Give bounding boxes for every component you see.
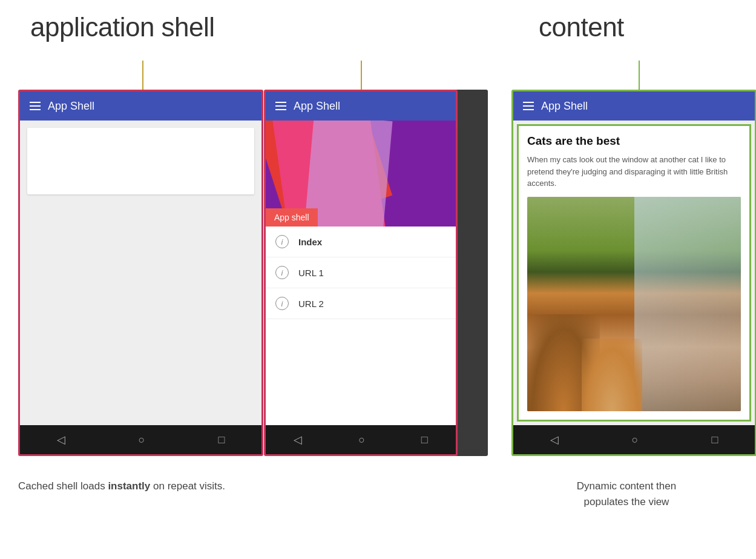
list-item-url2-label: URL 2 — [298, 299, 324, 309]
recent-icon[interactable]: □ — [219, 434, 225, 446]
content-title: Cats are the best — [527, 134, 741, 148]
phone3-navbar: ◁ ○ □ — [513, 425, 755, 454]
phone2-appbar: App Shell — [266, 91, 456, 121]
content-label: content — [539, 12, 624, 42]
phone3-hamburger-icon[interactable] — [523, 102, 534, 110]
info-icon-url1: i — [275, 266, 289, 279]
phone2-navbar: ◁ ○ □ — [266, 425, 456, 454]
phone2-appbar-title: App Shell — [294, 100, 340, 113]
hamburger-line-2 — [30, 105, 41, 107]
list-item-url1-label: URL 1 — [298, 268, 324, 278]
caption-dynamic-line1: Dynamic content then — [511, 478, 741, 494]
list-item-url2[interactable]: i URL 2 — [266, 288, 456, 319]
phone2-list: i Index i URL 1 i URL 2 — [266, 227, 456, 425]
phone2-colorful-header: App shell — [266, 121, 456, 227]
phone2-home-icon[interactable]: ○ — [358, 434, 365, 446]
hamburger-icon[interactable] — [30, 102, 41, 110]
home-icon[interactable]: ○ — [139, 434, 145, 446]
phone3-appbar: App Shell — [513, 91, 755, 121]
application-shell-label: application shell — [30, 12, 215, 42]
phone3-hamburger-line-1 — [523, 102, 534, 103]
caption-left: Cached shell loads instantly on repeat v… — [18, 478, 266, 494]
connector-line-1 — [142, 61, 143, 91]
connector-line-3 — [639, 61, 640, 91]
phone3-hamburger-line-3 — [523, 109, 534, 110]
hamburger-line-1 — [30, 102, 41, 103]
caption-dynamic-line2: populates the view — [511, 494, 741, 510]
phone2-hamburger-line-1 — [275, 102, 286, 103]
list-item-url1[interactable]: i URL 1 — [266, 257, 456, 288]
phone2-frame: App Shell App shell i Index i URL 1 — [264, 90, 458, 456]
caption-right: Dynamic content then populates the view — [511, 478, 741, 509]
phone3-back-icon[interactable]: ◁ — [550, 433, 559, 446]
phone1-navbar: ◁ ○ □ — [20, 425, 261, 454]
connector-line-2 — [361, 61, 362, 91]
phone2-outer: App Shell App shell i Index i URL 1 — [264, 90, 488, 456]
phone3-frame: App Shell Cats are the best When my cats… — [511, 90, 756, 456]
cat-shape-2 — [582, 339, 642, 411]
phone1-body — [20, 121, 261, 425]
phone2-hamburger-icon[interactable] — [275, 102, 286, 110]
list-item-index[interactable]: i Index — [266, 227, 456, 257]
page-wrapper: application shell content App Shell ◁ ○ … — [0, 0, 756, 559]
phone3-recent-icon[interactable]: □ — [712, 434, 718, 446]
info-icon-index: i — [275, 235, 289, 248]
hamburger-line-3 — [30, 109, 41, 110]
info-icon-url2: i — [275, 297, 289, 310]
content-text: When my cats look out the window at anot… — [527, 154, 741, 190]
phone2-hamburger-line-3 — [275, 109, 286, 110]
phone1-appbar-title: App Shell — [48, 100, 94, 113]
phone2-side-panel — [455, 90, 488, 456]
back-icon[interactable]: ◁ — [57, 433, 65, 446]
appshell-overlay-label: App shell — [266, 208, 318, 227]
phone1-appbar: App Shell — [20, 91, 261, 121]
phone1-frame: App Shell ◁ ○ □ — [18, 90, 263, 456]
phone2-recent-icon[interactable]: □ — [421, 434, 428, 446]
cat-image — [527, 197, 741, 412]
phone3-body: Cats are the best When my cats look out … — [513, 121, 755, 425]
phone3-hamburger-line-2 — [523, 105, 534, 107]
list-item-index-label: Index — [298, 237, 322, 247]
phone2-back-icon[interactable]: ◁ — [294, 433, 302, 446]
phone1-white-card — [27, 128, 254, 194]
phone2-hamburger-line-2 — [275, 105, 286, 107]
content-border-box: Cats are the best When my cats look out … — [517, 124, 751, 422]
phone3-appbar-title: App Shell — [541, 100, 588, 113]
phone3-home-icon[interactable]: ○ — [632, 434, 639, 446]
window-light — [634, 197, 741, 412]
